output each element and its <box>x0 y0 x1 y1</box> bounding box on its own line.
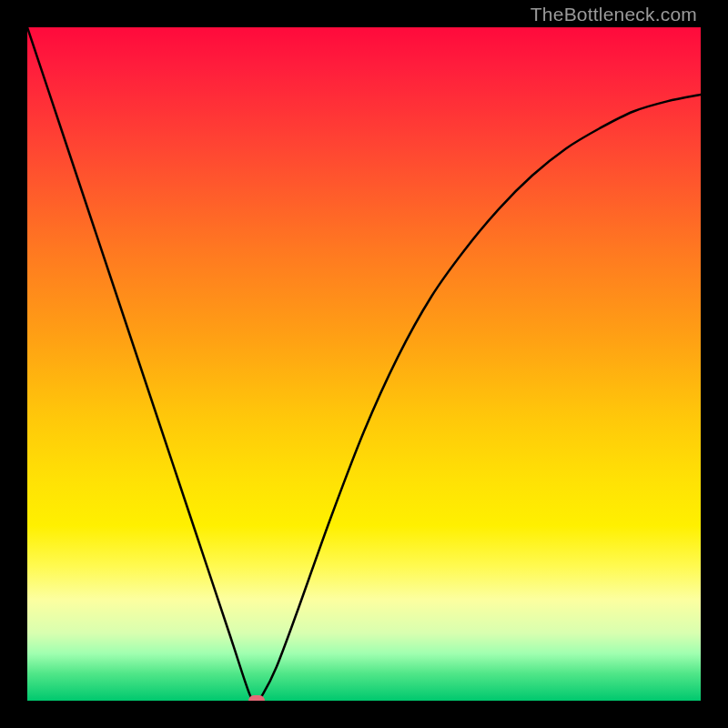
optimum-marker <box>248 695 265 701</box>
chart-frame: TheBottleneck.com <box>0 0 728 728</box>
watermark-text: TheBottleneck.com <box>531 4 697 25</box>
bottleneck-curve <box>27 27 701 701</box>
plot-area <box>27 27 701 701</box>
